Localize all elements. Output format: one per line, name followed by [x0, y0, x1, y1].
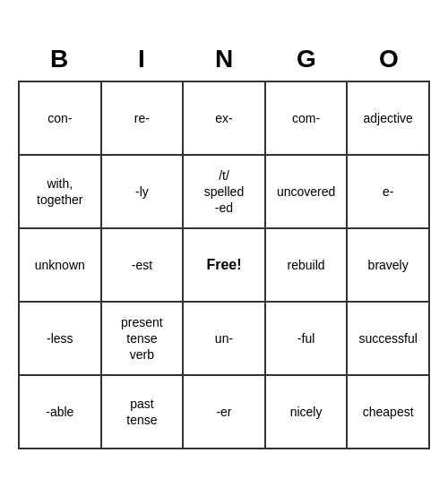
bingo-grid: con-re-ex-com-adjectivewith,together-ly/… [18, 81, 430, 449]
bingo-cell-2-2: Free! [184, 229, 266, 303]
bingo-cell-0-2: ex- [184, 82, 266, 156]
header-letter-I: I [100, 38, 183, 81]
bingo-row-1: with,together-ly/t/spelled-eduncoverede- [20, 156, 430, 229]
bingo-cell-2-1: -est [102, 229, 185, 303]
bingo-cell-4-2: -er [184, 376, 266, 449]
bingo-cell-0-0: con- [20, 82, 102, 156]
bingo-cell-4-1: pasttense [102, 376, 185, 449]
bingo-container: BINGO con-re-ex-com-adjectivewith,togeth… [9, 29, 439, 458]
header-letter-O: O [348, 38, 430, 81]
bingo-cell-0-1: re- [102, 82, 185, 156]
bingo-cell-3-2: un- [184, 303, 266, 376]
bingo-header: BINGO [18, 38, 430, 81]
bingo-cell-1-1: -ly [102, 156, 185, 229]
bingo-cell-1-2: /t/spelled-ed [184, 156, 266, 229]
bingo-cell-2-0: unknown [20, 229, 102, 303]
header-letter-N: N [183, 38, 265, 81]
bingo-cell-3-1: presenttenseverb [102, 303, 185, 376]
header-letter-G: G [265, 38, 348, 81]
bingo-row-0: con-re-ex-com-adjective [20, 82, 430, 156]
bingo-cell-1-4: e- [348, 156, 430, 229]
bingo-row-3: -lesspresenttenseverbun--fulsuccessful [20, 303, 430, 376]
bingo-cell-2-3: rebuild [266, 229, 349, 303]
bingo-cell-2-4: bravely [348, 229, 430, 303]
header-letter-B: B [18, 38, 100, 81]
bingo-row-4: -ablepasttense-ernicelycheapest [20, 376, 430, 449]
bingo-row-2: unknown-estFree!rebuildbravely [20, 229, 430, 303]
bingo-cell-0-3: com- [266, 82, 349, 156]
bingo-cell-1-0: with,together [20, 156, 102, 229]
bingo-cell-1-3: uncovered [266, 156, 349, 229]
bingo-cell-3-3: -ful [266, 303, 349, 376]
bingo-cell-3-4: successful [348, 303, 430, 376]
bingo-cell-4-0: -able [20, 376, 102, 449]
bingo-cell-4-3: nicely [266, 376, 349, 449]
bingo-cell-0-4: adjective [348, 82, 430, 156]
bingo-cell-4-4: cheapest [348, 376, 430, 449]
bingo-cell-3-0: -less [20, 303, 102, 376]
